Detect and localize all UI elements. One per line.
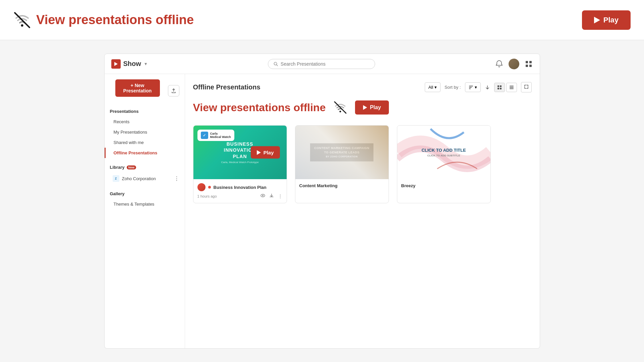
search-bar[interactable] <box>268 59 375 69</box>
svg-rect-18 <box>510 88 514 89</box>
search-input[interactable] <box>281 61 369 67</box>
list-view-icon <box>509 85 514 90</box>
upload-icon <box>171 88 176 93</box>
app-window: Show ▼ <box>104 54 540 349</box>
breezy-click-title: CLICK TO ADD TITLE <box>421 147 466 154</box>
card-name-breezy: Breezy <box>401 183 416 188</box>
sidebar-gallery-group: Gallery Themes & Templates <box>105 191 185 209</box>
main-container: Show ▼ <box>0 40 644 362</box>
svg-line-4 <box>277 65 278 66</box>
play-triangle-small-icon <box>363 105 367 110</box>
sidebar-item-shared-with-me[interactable]: Shared with me <box>105 137 185 148</box>
card-title-row: Business Innovation Plan <box>197 183 283 191</box>
svg-point-20 <box>340 111 341 113</box>
svg-rect-5 <box>526 61 528 63</box>
presentations-label: Presentations <box>105 109 185 114</box>
play-button[interactable]: Play <box>582 10 631 30</box>
card-avatar-dot <box>208 186 211 189</box>
svg-point-1 <box>21 24 23 26</box>
sidebar-library-group: Library New Z Zoho Corporation ⋮ <box>105 165 185 185</box>
sort-button[interactable]: ▾ <box>465 82 481 92</box>
sidebar-item-offline-presentations[interactable]: Offline Presentations <box>105 148 185 158</box>
bell-icon[interactable] <box>495 60 503 68</box>
sidebar-item-themes-templates[interactable]: Themes & Templates <box>105 199 185 209</box>
sort-option-icon <box>469 85 473 90</box>
card-thumbnail-marketing: CONTENT MARKETING CAMPAIGNTO GENERATE LE… <box>295 126 389 179</box>
card-thumbnail-breezy: CLICK TO ADD TITLE CLICK TO ADD SUBTITLE <box>397 126 490 179</box>
card-play-button[interactable]: Play <box>251 146 280 159</box>
list-view-button[interactable] <box>506 83 517 92</box>
card-name-marketing: Content Marketing <box>299 183 338 188</box>
zoho-more-icon[interactable]: ⋮ <box>174 175 179 182</box>
top-bar: View presentations offline Play <box>0 0 644 40</box>
zoho-label: Zoho Corporation <box>122 176 156 181</box>
show-dropdown-icon[interactable]: ▼ <box>144 62 148 66</box>
presentation-card-biz-innovation[interactable]: ✓ CarlaMedical Watch BUSINESSINNOVATIONP… <box>193 125 287 203</box>
svg-rect-6 <box>529 61 532 63</box>
biz-plan-subtitle: Carla, Medical Watch Prototype <box>221 161 258 164</box>
svg-rect-17 <box>510 87 514 88</box>
breezy-text: CLICK TO ADD TITLE CLICK TO ADD SUBTITLE <box>421 147 466 158</box>
wifi-off-icon <box>13 11 31 29</box>
content-title: Offline Presentations <box>193 83 260 91</box>
biz-thumbnail: ✓ CarlaMedical Watch BUSINESSINNOVATIONP… <box>193 126 287 179</box>
app-logo-icon <box>111 59 121 69</box>
card-info-breezy: Breezy <box>397 179 490 194</box>
offline-wifi-icon <box>334 101 347 114</box>
card-more-icon[interactable]: ⋮ <box>278 194 283 199</box>
top-bar-title: View presentations offline <box>36 13 194 27</box>
svg-rect-14 <box>497 88 499 89</box>
sidebar-item-my-presentations[interactable]: My Presentations <box>105 127 185 137</box>
presentation-card-content-marketing[interactable]: CONTENT MARKETING CAMPAIGNTO GENERATE LE… <box>295 125 389 203</box>
card-title-row-marketing: Content Marketing <box>299 183 385 188</box>
biz-badge-icon: ✓ <box>201 132 208 139</box>
card-play-triangle-icon <box>257 150 261 155</box>
top-bar-left: View presentations offline <box>13 11 194 29</box>
offline-play-button[interactable]: Play <box>355 100 389 115</box>
svg-rect-13 <box>500 85 502 87</box>
card-view-icon[interactable] <box>260 193 265 199</box>
presentation-card-breezy[interactable]: CLICK TO ADD TITLE CLICK TO ADD SUBTITLE… <box>397 125 491 203</box>
app-name: Show <box>123 60 141 68</box>
card-info-marketing: Content Marketing <box>295 179 389 194</box>
grid-icon[interactable] <box>525 60 533 68</box>
header-right <box>495 59 533 69</box>
zoho-item-left: Z Zoho Corporation <box>113 175 156 182</box>
sort-chevron-icon: ▾ <box>475 85 477 90</box>
filter-button[interactable]: All ▾ <box>425 82 441 92</box>
breezy-click-subtitle: CLICK TO ADD SUBTITLE <box>421 154 466 158</box>
card-actions: ⋮ <box>260 193 283 199</box>
main-content: Offline Presentations All ▾ Sort by : <box>185 74 540 348</box>
svg-point-22 <box>262 195 264 196</box>
cards-grid: ✓ CarlaMedical Watch BUSINESSINNOVATIONP… <box>193 125 532 203</box>
upload-button[interactable] <box>168 85 179 96</box>
breezy-thumbnail: CLICK TO ADD TITLE CLICK TO ADD SUBTITLE <box>397 126 490 179</box>
app-body: + New Presentation Presentations Recents… <box>105 74 540 348</box>
expand-icon <box>524 84 529 89</box>
avatar[interactable] <box>509 59 519 69</box>
card-avatar <box>197 183 206 191</box>
sidebar-item-recents[interactable]: Recents <box>105 117 185 127</box>
app-logo: Show ▼ <box>111 59 148 69</box>
expand-button[interactable] <box>521 82 532 92</box>
sidebar-top-actions: + New Presentation <box>105 79 185 102</box>
app-header: Show ▼ <box>105 54 540 74</box>
marketing-bg: CONTENT MARKETING CAMPAIGNTO GENERATE LE… <box>295 126 389 179</box>
sidebar-item-zoho-corporation[interactable]: Z Zoho Corporation ⋮ <box>105 172 185 185</box>
card-meta-row: 1 hours ago <box>197 193 283 199</box>
sort-direction-icon[interactable] <box>485 85 490 90</box>
sort-label: Sort by : <box>445 85 461 90</box>
view-toggle <box>494 83 517 92</box>
gallery-label: Gallery <box>105 191 185 196</box>
offline-banner-text: View presentations offline <box>193 101 326 114</box>
library-label: Library New <box>105 165 185 170</box>
card-info: Business Innovation Plan 1 hours ago <box>193 179 287 203</box>
filter-chevron-icon: ▾ <box>434 85 437 90</box>
grid-view-button[interactable] <box>494 83 505 92</box>
zoho-logo: Z <box>113 175 119 182</box>
card-download-icon[interactable] <box>269 193 274 199</box>
content-controls: All ▾ Sort by : ▾ <box>425 82 532 92</box>
svg-rect-7 <box>526 65 528 67</box>
card-thumbnail: ✓ CarlaMedical Watch BUSINESSINNOVATIONP… <box>193 126 287 179</box>
new-presentation-button[interactable]: + New Presentation <box>115 79 160 97</box>
